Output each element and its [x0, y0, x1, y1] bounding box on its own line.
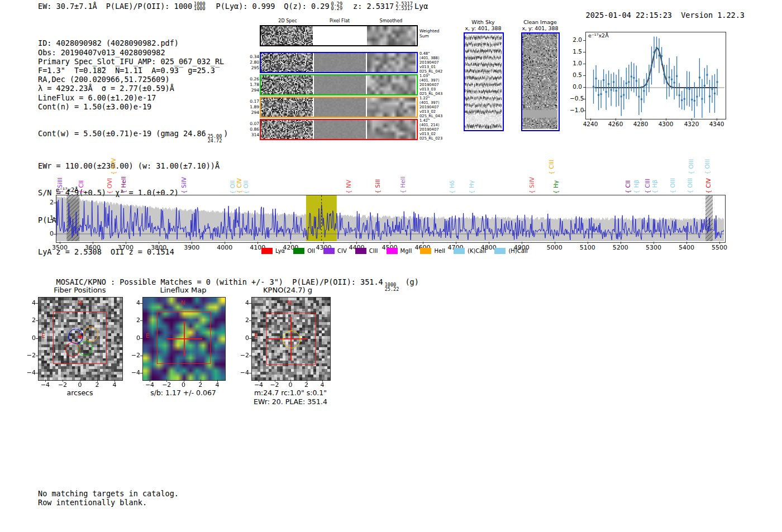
ms-xtick-mark [588, 242, 588, 244]
info-line: ID: 4028090982 (4028090982.pdf) [38, 39, 228, 47]
fit-ytick-label: 1.5 [570, 48, 582, 55]
legend-swatch [261, 248, 273, 254]
panel-ytick-label: −2 [128, 352, 140, 359]
ms-xtick-label: 5400 [674, 244, 699, 251]
fit-xtick-mark [641, 118, 641, 121]
ms-xtick-mark [258, 242, 258, 244]
ms-xtick-mark [621, 242, 621, 244]
ms-xtick-mark [489, 242, 489, 244]
footer-line2: Row intentionally blank. [38, 498, 147, 507]
ms-xtick-label: 3500 [47, 244, 72, 251]
main-spectrum-plot [56, 195, 726, 243]
ms-xtick-mark [456, 242, 456, 244]
spec2d-weighted-row: Weighted Sum [260, 25, 418, 46]
spec2d-flat-image [314, 75, 366, 94]
ms-xtick-mark [159, 242, 159, 244]
ms-ytick-label: 0 [41, 230, 54, 237]
fit-ytick-mark [583, 99, 585, 99]
panel-xtick-mark [184, 380, 184, 382]
panel-xtick-mark [290, 380, 291, 382]
clean-image-panel [521, 32, 560, 131]
panel-xtick-mark [217, 380, 218, 382]
line-label: SiIV [528, 177, 535, 194]
legend-label: (K)CaII [468, 248, 486, 254]
spec2d-noise-image [261, 53, 313, 72]
ms-xtick-label: 3600 [80, 244, 105, 251]
ms-xtick-mark [60, 242, 60, 244]
north-label: N [78, 299, 82, 306]
spec2d-smooth-image [367, 53, 416, 72]
panel-ytick-label: −2 [23, 352, 36, 359]
footer-line1: No matching targets in catalog. [38, 489, 179, 498]
info-ewr-line: EWr = 110.00(±230.00) (w: 31.00(±7.10))Å [38, 161, 228, 170]
legend-label: CIII [369, 248, 378, 254]
legend-item: Lyα [261, 248, 285, 254]
line-label: CII [624, 180, 631, 194]
spec2d-flat-image [314, 120, 366, 139]
spec2d-row: 0.342.802950.48"(401, 388)20190407v013_0… [260, 52, 418, 73]
line-label: Hγ [552, 180, 559, 194]
line-label: CIV [236, 178, 242, 194]
with-sky-image [465, 33, 502, 129]
ms-xtick-mark [522, 242, 522, 244]
info-line: RA,Dec (200.020966,51.725609) [38, 75, 228, 84]
panel-ytick-label: 0 [128, 334, 140, 342]
north-label: N [181, 299, 185, 306]
panel-ytick-label: 2 [237, 317, 249, 324]
line-label: OIII [686, 178, 693, 194]
spec2d-row: 0.070.863141.42"(401, 214)20190407v013_0… [260, 119, 418, 140]
panel-ytick-label: 2 [23, 317, 36, 324]
info-line: Obs: 20190407v013_4028090982 [38, 48, 228, 57]
line-label: HeII [399, 176, 406, 194]
info-line: LineFlux = 6.00(±1.20)e-17 [38, 93, 228, 102]
ms-xtick-mark [654, 242, 654, 244]
panel-ytick-mark [36, 373, 38, 373]
spec2d-row-left-labels: 0.070.86314 [246, 121, 259, 138]
line-label: OIII [688, 159, 694, 175]
legend-swatch [355, 248, 366, 254]
legend-swatch [387, 248, 398, 254]
fit-ytick-label: 2.0 [570, 36, 582, 43]
panel-ytick-label: 0 [237, 334, 249, 342]
north-label: N [287, 299, 292, 306]
with-sky-image-panel [464, 32, 504, 131]
fit-xtick-mark [666, 118, 666, 121]
ms-xtick-mark [356, 242, 357, 244]
spec2d-row: 0.261.782941.03"(401, 397)20190407v013_0… [260, 74, 418, 95]
fit-xtick-mark [616, 118, 616, 121]
fit-ytick-mark [583, 75, 585, 76]
fit-xtick-label: 4240 [578, 121, 603, 127]
clean-image-title: Clean Image x, y: 401, 388 [509, 19, 571, 31]
legend-label: MgII [400, 248, 412, 254]
ms-xtick-mark [390, 242, 390, 244]
ms-xtick-label: 5000 [542, 244, 567, 251]
line-label: OIII [704, 159, 711, 175]
line-label: Hβ [633, 180, 640, 194]
fit-ytick-mark [583, 111, 585, 111]
spec2d-left-label: 2.80 [246, 60, 259, 65]
panel-xtick-mark [63, 380, 63, 382]
col-header-2dspec: 2D Spec [263, 18, 313, 23]
info-line: Primary Spec_Slot_IFU_AMP: 025_067_032_R… [38, 57, 228, 66]
lineflux-crosshair-h [166, 338, 202, 339]
line-label: CIII [548, 160, 555, 175]
col-header-pixelflat: Pixel Flat [314, 18, 365, 23]
header-qz-frac: 0.29 0.29 [331, 2, 342, 11]
fit-xtick-mark [590, 118, 591, 121]
line-label: SiIV [180, 177, 187, 194]
panel-ytick-label: −2 [237, 352, 249, 359]
fit-xtick-mark [692, 118, 692, 121]
panel-ytick-label: 4 [237, 299, 249, 306]
panel-ytick-mark [140, 320, 142, 321]
fit-ytick-label: −1.0 [570, 107, 582, 113]
line-label: Hδ [449, 180, 455, 194]
line-label: Hβ [651, 180, 658, 194]
panel-ytick-mark [36, 356, 38, 356]
header-z-line: Lyα [414, 2, 428, 11]
info-line: λ = 4292.23Å σ = 2.77(±0.59)Å [38, 84, 228, 93]
ms-ytick-mark [54, 218, 56, 219]
spec2d-row-right-labels: 1.03"(401, 397)20190407v013_03025_RL_043 [419, 74, 452, 97]
info-line: F=1.3" T=0.18̅2 N=1.1̅1 A=0.93̅ g=25.3̅ [38, 66, 228, 75]
spec2d-row-right-labels: 1.22"(401, 397)20190407v013_02025_RL_043 [419, 97, 452, 119]
spec2d-left-label: 0.07 [246, 121, 259, 127]
